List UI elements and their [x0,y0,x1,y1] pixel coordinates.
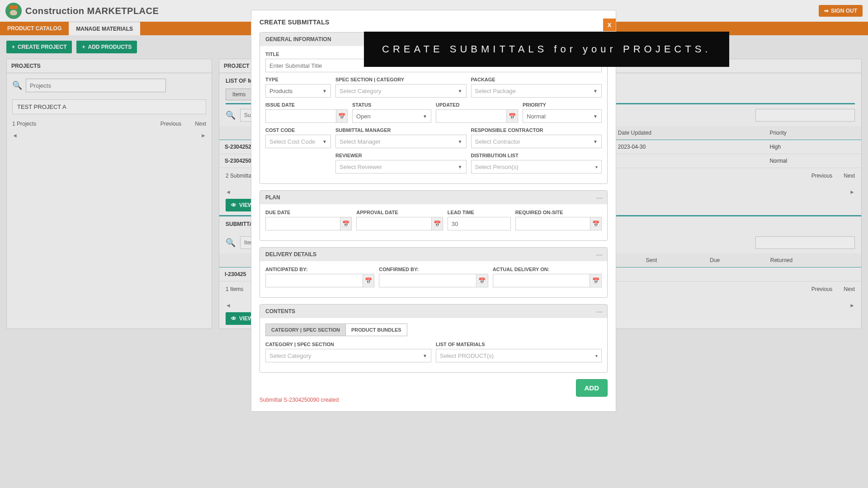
type-value: Products [269,88,292,94]
category-select[interactable]: Select Category▼ [265,349,431,362]
label-resp: RESPONSIBLE CONTRACTOR [471,127,602,133]
label-materials: LIST OF MATERIALS [436,342,602,347]
actual-input[interactable] [493,274,590,287]
modal-title: CREATE SUBMITTALS [259,19,608,26]
label-confirmed: CONFIRMED BY: [379,267,488,272]
calendar-icon[interactable]: 📅 [476,274,488,287]
calendar-icon[interactable]: 📅 [590,274,602,287]
cost-value: Select Cost Code [269,138,315,145]
required-onsite-input[interactable] [515,217,590,230]
section-contents-head: CONTENTS— [260,305,607,318]
status-value: Open [356,113,371,120]
chevron-down-icon: ▾ [595,164,598,169]
package-select[interactable]: Select Package▼ [471,84,602,98]
lead-time-input[interactable] [448,217,511,230]
chevron-down-icon: ▼ [593,114,598,119]
delivery-title: DELIVERY DETAILS [265,251,316,258]
label-due: DUE DATE [265,210,352,215]
plan-title: PLAN [265,194,280,201]
chevron-down-icon: ▼ [593,139,598,144]
label-manager: SUBMITTAL MANAGER [335,127,467,133]
promo-banner: CREATE SUBMITTALS for your PROJECTS. [364,32,729,67]
priority-value: Normal [527,113,546,120]
label-anticipated: ANTICIPATED BY: [265,267,374,272]
type-select[interactable]: Products▼ [265,84,331,98]
calendar-icon[interactable]: 📅 [363,274,375,287]
materials-select[interactable]: Select PRODUCT(s)▾ [436,349,602,362]
label-issue: ISSUE DATE [265,102,348,108]
tab-product-bundles[interactable]: PRODUCT BUNDLES [346,324,407,336]
spec-value: Select Category [340,88,382,94]
label-updated: UPDATED [436,102,518,108]
label-reqon: REQUIRED ON-SITE [515,210,602,215]
confirmed-input[interactable] [379,274,476,287]
chevron-down-icon: ▾ [595,353,598,358]
add-button[interactable]: ADD [576,379,608,397]
lom-value: Select PRODUCT(s) [440,352,494,359]
chevron-down-icon: ▼ [458,164,462,169]
chevron-down-icon: ▼ [322,139,327,144]
toast-message: Submittal S-2304250090 created [259,397,608,403]
label-priority: PRIORITY [523,102,602,108]
chevron-down-icon: ▼ [458,89,462,94]
reviewer-value: Select Reviewer [340,164,382,170]
priority-select[interactable]: Normal▼ [523,109,602,123]
approval-date-input[interactable] [356,217,431,230]
reviewer-select[interactable]: Select Reviewer▼ [335,160,467,174]
calendar-icon[interactable]: 📅 [336,109,348,123]
resp-select[interactable]: Select Contractor▼ [471,135,602,148]
updated-date-input[interactable] [436,109,506,123]
label-lead: LEAD TIME [448,210,511,215]
section-delivery-head: DELIVERY DETAILS— [260,248,607,261]
calendar-icon[interactable]: 📅 [590,217,602,230]
dist-select[interactable]: Select Person(s)▾ [471,160,602,174]
dist-value: Select Person(s) [475,164,519,170]
label-spec: SPEC SECTION | CATEGORY [335,77,467,82]
chevron-down-icon: ▼ [593,89,598,94]
section-delivery: DELIVERY DETAILS— ANTICIPATED BY: 📅 CONF… [259,247,608,298]
calendar-icon[interactable]: 📅 [431,217,443,230]
modal-close-button[interactable]: X [603,19,616,31]
issue-date-input[interactable] [265,109,336,123]
label-actual: ACTUAL DELIVERY ON: [493,267,602,272]
tab-category-spec[interactable]: CATEGORY | SPEC SECTION [265,324,346,336]
label-dist: DISTRIBUTION LIST [471,153,602,158]
collapse-icon[interactable]: — [596,194,603,202]
cat-value: Select Category [269,352,311,359]
package-value: Select Package [475,88,516,94]
label-category: CATEGORY | SPEC SECTION [265,342,431,347]
collapse-icon[interactable]: — [596,308,603,315]
calendar-icon[interactable]: 📅 [340,217,352,230]
label-approval: APPROVAL DATE [356,210,443,215]
resp-value: Select Contractor [475,138,520,145]
chevron-down-icon: ▼ [423,353,427,358]
chevron-down-icon: ▼ [458,139,462,144]
calendar-icon[interactable]: 📅 [506,109,518,123]
collapse-icon[interactable]: — [596,251,603,258]
chevron-down-icon: ▼ [423,114,427,119]
section-plan: PLAN— DUE DATE 📅 APPROVAL DATE 📅 LEAD TI… [259,190,608,241]
manager-select[interactable]: Select Manager▼ [335,135,467,148]
manager-value: Select Manager [340,138,381,145]
section-contents: CONTENTS— CATEGORY | SPEC SECTION PRODUC… [259,304,608,373]
spec-select[interactable]: Select Category▼ [335,84,467,98]
label-type: TYPE [265,77,331,82]
status-select[interactable]: Open▼ [352,109,431,123]
due-date-input[interactable] [265,217,340,230]
chevron-down-icon: ▼ [322,89,327,94]
label-reviewer: REVIEWER [335,153,467,158]
cost-select[interactable]: Select Cost Code▼ [265,135,331,148]
label-cost: COST CODE [265,127,331,133]
create-submittal-modal: CREATE SUBMITTALS X GENERAL INFORMATION … [251,10,616,412]
contents-title: CONTENTS [265,308,295,314]
label-status: STATUS [352,102,431,108]
label-package: PACKAGE [471,77,602,82]
section-plan-head: PLAN— [260,191,607,204]
anticipated-input[interactable] [265,274,363,287]
